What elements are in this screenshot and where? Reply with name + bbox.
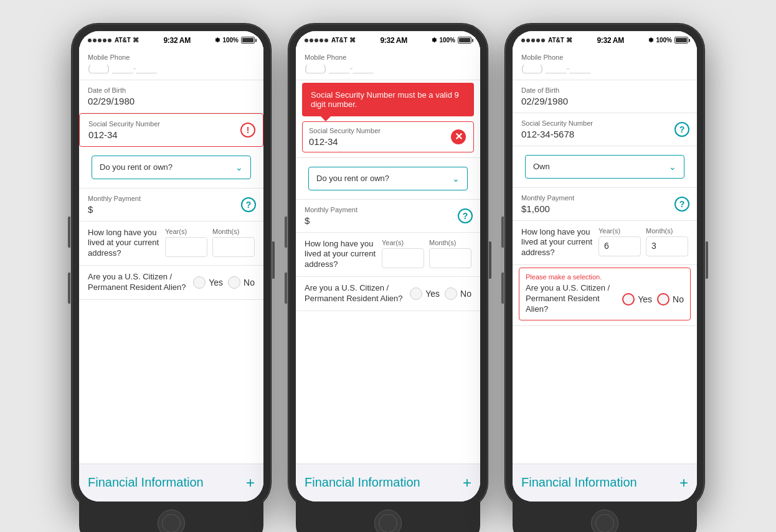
dropdown-field-1[interactable]: Do you rent or own? ⌄: [92, 156, 251, 179]
clear-icon-2[interactable]: ✕: [451, 129, 466, 144]
duration-question-2: How long have you lived at your current …: [305, 239, 377, 271]
dropdown-field-2[interactable]: Do you rent or own? ⌄: [308, 167, 468, 190]
radio-error-hint-3: Please make a selection.: [526, 273, 684, 281]
citizen-question-2: Are you a U.S. Citizen / Permanent Resid…: [305, 283, 405, 304]
no-option-1[interactable]: No: [228, 276, 255, 289]
mobile-phone-value-3[interactable]: (___) ____-____: [521, 63, 688, 73]
side-button-2: [285, 273, 287, 304]
status-right-3: ✽ 100%: [648, 37, 688, 44]
ssn-label-3: Social Security Number: [521, 119, 688, 127]
monthly-field-2: Monthly Payment $ ?: [296, 200, 480, 233]
time-3: 9:32 AM: [597, 36, 623, 45]
status-left-2: AT&T ⌘: [305, 37, 356, 44]
yes-option-2[interactable]: Yes: [410, 287, 440, 300]
months-value-2[interactable]: [429, 248, 471, 268]
signal-3: [521, 39, 545, 42]
ssn-value-3[interactable]: 012-34-5678: [521, 129, 688, 139]
no-radio-2[interactable]: [445, 287, 457, 300]
status-left-3: AT&T ⌘: [521, 37, 572, 44]
phone-3: AT&T ⌘ 9:32 AM ✽ 100% Mobile Phone: [505, 24, 704, 509]
ssn-value-1[interactable]: 012-34: [88, 129, 254, 140]
no-label-3: No: [673, 294, 684, 304]
no-radio-1[interactable]: [228, 276, 240, 289]
mobile-phone-field-3: Mobile Phone (___) ____-____: [513, 47, 697, 80]
years-value-3[interactable]: 6: [599, 236, 641, 256]
plus-icon-2[interactable]: +: [463, 474, 471, 492]
dob-value-3[interactable]: 02/29/1980: [521, 96, 688, 106]
signal-1: [88, 39, 111, 42]
plus-icon-3[interactable]: +: [679, 474, 688, 492]
phone-2: AT&T ⌘ 9:32 AM ✽ 100% Mobile Phone: [288, 24, 488, 509]
phone-frame-1: AT&T ⌘ 9:32 AM ✽ 100% Mobile Phone: [72, 24, 271, 509]
months-value-1[interactable]: [212, 237, 255, 257]
yes-option-1[interactable]: Yes: [193, 276, 223, 289]
years-input-3: Year(s) 6: [599, 227, 641, 256]
phone-1: AT&T ⌘ 9:32 AM ✽ 100% Mobile Phone: [72, 24, 271, 509]
home-button-1[interactable]: [158, 510, 185, 533]
dropdown-value-3: Own: [533, 162, 550, 171]
side-button-3: [501, 273, 504, 304]
error-tooltip-2: Social Security Number must be a valid 9…: [302, 83, 474, 116]
form-scroll-2[interactable]: Mobile Phone (___) ____-____ Social Secu…: [296, 47, 480, 464]
chevron-down-icon-3: ⌄: [669, 162, 676, 172]
mobile-phone-label-2: Mobile Phone: [305, 54, 471, 61]
yes-option-3[interactable]: Yes: [622, 293, 652, 306]
yes-label-2: Yes: [425, 289, 440, 299]
yes-radio-1[interactable]: [193, 276, 206, 289]
years-label-1: Year(s): [165, 228, 207, 235]
mobile-phone-value-2[interactable]: (___) ____-____: [305, 63, 471, 73]
chevron-down-icon-2: ⌄: [452, 174, 460, 184]
phone-bottom-3: [513, 502, 697, 533]
no-radio-3[interactable]: [657, 293, 670, 306]
phone-screen-1: AT&T ⌘ 9:32 AM ✽ 100% Mobile Phone: [79, 31, 263, 502]
carrier-1: AT&T: [115, 37, 131, 44]
yes-label-3: Yes: [638, 294, 652, 304]
status-bar-2: AT&T ⌘ 9:32 AM ✽ 100%: [296, 31, 480, 47]
duration-field-2: How long have you lived at your current …: [296, 233, 480, 278]
yes-label-1: Yes: [209, 278, 223, 287]
status-left-1: AT&T ⌘: [88, 37, 139, 44]
dropdown-field-3[interactable]: Own ⌄: [525, 155, 684, 179]
form-scroll-3[interactable]: Mobile Phone (___) ____-____ Date of Bir…: [513, 47, 697, 464]
dob-field-1: Date of Birth 02/29/1980: [79, 80, 263, 113]
help-icon-monthly-2[interactable]: ?: [458, 208, 473, 223]
monthly-value-3[interactable]: $1,600: [521, 203, 688, 214]
dob-label-1: Date of Birth: [88, 86, 255, 94]
yes-radio-3[interactable]: [622, 293, 635, 306]
years-value-1[interactable]: [165, 237, 207, 257]
no-label-2: No: [460, 289, 471, 299]
months-label-1: Month(s): [212, 228, 255, 235]
form-content-3: Mobile Phone (___) ____-____ Date of Bir…: [513, 47, 697, 502]
years-value-2[interactable]: [382, 248, 424, 268]
financial-label-3: Financial Information: [521, 475, 637, 490]
financial-footer-1[interactable]: Financial Information +: [79, 464, 263, 502]
dob-value-1[interactable]: 02/29/1980: [88, 96, 255, 106]
mobile-phone-value-1[interactable]: (___) ____-____: [88, 63, 255, 73]
form-content-1: Mobile Phone (___) ____-____ Date of Bir…: [79, 47, 263, 502]
months-value-3[interactable]: 3: [646, 236, 688, 256]
help-icon-monthly-3[interactable]: ?: [674, 197, 689, 212]
financial-footer-2[interactable]: Financial Information +: [296, 464, 480, 502]
ssn-label-2: Social Security Number: [309, 127, 467, 134]
help-icon-monthly-1[interactable]: ?: [241, 197, 256, 212]
financial-label-2: Financial Information: [305, 475, 420, 490]
ssn-value-2[interactable]: 012-34: [309, 136, 467, 147]
form-scroll-1[interactable]: Mobile Phone (___) ____-____ Date of Bir…: [79, 47, 263, 464]
yes-radio-2[interactable]: [410, 287, 422, 300]
ssn-field-3: Social Security Number 012-34-5678 ?: [513, 113, 697, 146]
home-button-2[interactable]: [374, 510, 402, 533]
chevron-down-icon-1: ⌄: [235, 162, 243, 172]
monthly-value-1[interactable]: $: [88, 204, 255, 215]
phone-screen-3: AT&T ⌘ 9:32 AM ✽ 100% Mobile Phone: [513, 31, 697, 502]
home-button-3[interactable]: [591, 510, 618, 533]
financial-footer-3[interactable]: Financial Information +: [513, 464, 697, 502]
mobile-phone-label-3: Mobile Phone: [521, 54, 688, 61]
help-icon-ssn-3[interactable]: ?: [674, 122, 689, 137]
years-label-2: Year(s): [382, 239, 424, 246]
phone-frame-3: AT&T ⌘ 9:32 AM ✽ 100% Mobile Phone: [505, 24, 704, 509]
no-option-3[interactable]: No: [657, 293, 684, 306]
no-option-2[interactable]: No: [445, 287, 471, 300]
plus-icon-1[interactable]: +: [246, 474, 255, 492]
monthly-value-2[interactable]: $: [305, 215, 471, 226]
status-right-2: ✽ 100%: [432, 37, 471, 44]
